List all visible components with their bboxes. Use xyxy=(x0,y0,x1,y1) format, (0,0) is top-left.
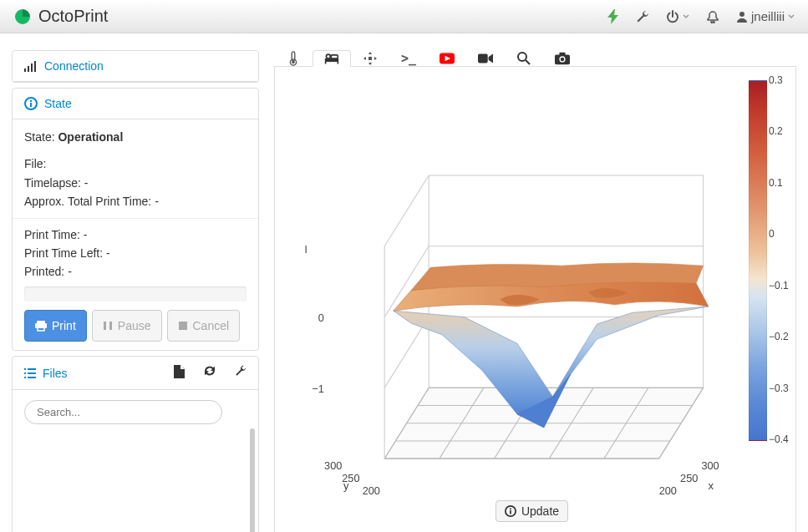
printtime-value: - xyxy=(84,228,88,241)
search-input[interactable] xyxy=(24,400,222,424)
wrench-icon[interactable] xyxy=(636,10,649,23)
tab-youtube[interactable] xyxy=(428,50,466,66)
chart-area: 0 −1 l 300 250 200 150 150 x 300 250 200 xyxy=(274,67,796,532)
svg-rect-7 xyxy=(30,100,32,102)
printleft-value: - xyxy=(106,246,110,260)
svg-line-50 xyxy=(384,317,429,388)
user-menu[interactable]: jneilliii xyxy=(736,9,795,23)
main: >_ xyxy=(274,50,796,532)
sidebar: Connection State State: Operational File… xyxy=(12,50,259,532)
update-button[interactable]: Update xyxy=(495,500,568,522)
svg-rect-4 xyxy=(34,61,36,72)
colorbar-tick: −0.2 xyxy=(769,331,789,342)
svg-rect-6 xyxy=(30,103,32,107)
ylabel-text: y xyxy=(343,479,349,492)
svg-rect-16 xyxy=(24,372,26,374)
z-label-top: l xyxy=(305,243,307,256)
ytick-150: 150 xyxy=(383,494,400,495)
file-icon[interactable] xyxy=(174,365,185,381)
printleft-label: Print Time Left: xyxy=(24,246,103,260)
svg-point-0 xyxy=(739,12,744,17)
tab-control[interactable] xyxy=(351,50,389,66)
colorbar-tick: −0.3 xyxy=(769,383,789,394)
progress-bar xyxy=(24,286,246,301)
tab-gcode-viewer[interactable] xyxy=(505,50,543,66)
svg-rect-19 xyxy=(28,377,36,378)
info-icon xyxy=(505,505,516,517)
xtick-250: 250 xyxy=(680,472,698,484)
svg-point-22 xyxy=(292,61,295,64)
svg-rect-30 xyxy=(478,54,488,63)
ytick-200: 200 xyxy=(363,484,380,495)
printed-label: Printed: xyxy=(24,265,64,278)
svg-point-35 xyxy=(561,58,565,62)
svg-rect-14 xyxy=(24,368,26,370)
file-label: File: xyxy=(24,157,46,170)
svg-rect-3 xyxy=(31,63,33,72)
logo-icon xyxy=(13,8,32,26)
svg-rect-25 xyxy=(338,62,339,63)
state-panel: State State: Operational File: Timelapse… xyxy=(12,88,259,351)
username: jneilliii xyxy=(751,9,785,23)
brand[interactable]: OctoPrint xyxy=(13,7,108,26)
svg-rect-11 xyxy=(104,322,106,330)
bell-icon[interactable] xyxy=(706,10,719,23)
xtick-300: 300 xyxy=(701,459,719,472)
connection-link[interactable]: Connection xyxy=(44,59,104,73)
scrollbar[interactable] xyxy=(250,428,255,532)
signal-icon xyxy=(24,60,38,72)
tab-bed-visualizer[interactable] xyxy=(313,50,351,67)
timelapse-value: - xyxy=(84,176,89,190)
z-tick-0: 0 xyxy=(318,312,324,324)
tab-bar: >_ xyxy=(274,50,796,67)
colorbar-tick: 0.3 xyxy=(769,74,783,86)
chevron-down-icon xyxy=(788,13,795,20)
svg-rect-9 xyxy=(35,323,47,328)
xtick-200: 200 xyxy=(659,484,677,495)
connection-bolt-icon[interactable] xyxy=(607,9,619,24)
svg-rect-28 xyxy=(368,57,372,60)
state-heading[interactable]: State xyxy=(13,89,258,119)
tab-timelapse[interactable] xyxy=(543,50,582,66)
ytick-300: 300 xyxy=(324,459,342,472)
power-icon[interactable] xyxy=(666,10,689,23)
xlabel-text: x xyxy=(709,479,714,492)
pause-button[interactable]: Pause xyxy=(92,310,162,342)
state-link[interactable]: State xyxy=(44,97,72,110)
info-icon xyxy=(24,97,38,110)
printtime-label: Print Time: xyxy=(24,228,80,241)
svg-rect-8 xyxy=(37,321,45,323)
print-button[interactable]: Print xyxy=(24,310,87,342)
refresh-icon[interactable] xyxy=(203,365,216,381)
svg-point-26 xyxy=(326,54,330,58)
svg-rect-17 xyxy=(28,372,36,374)
svg-rect-24 xyxy=(325,62,327,63)
colorbar-tick: −0.1 xyxy=(769,280,789,291)
files-panel: Files xyxy=(12,356,259,532)
svg-rect-10 xyxy=(38,327,44,331)
wrench-icon[interactable] xyxy=(235,365,246,381)
colorbar-tick: 0.1 xyxy=(769,177,783,189)
svg-rect-33 xyxy=(559,53,565,56)
approx-value: - xyxy=(155,195,159,208)
state-body: State: Operational File: Timelapse: - Ap… xyxy=(13,119,258,350)
timelapse-label: Timelapse: xyxy=(24,176,81,190)
cancel-button[interactable]: Cancel xyxy=(167,310,241,342)
tab-temperature[interactable] xyxy=(274,50,313,66)
tab-terminal[interactable]: >_ xyxy=(389,50,428,66)
print-icon xyxy=(35,320,47,332)
approx-label: Approx. Total Print Time: xyxy=(24,195,151,208)
svg-rect-18 xyxy=(24,377,26,378)
connection-heading[interactable]: Connection xyxy=(13,51,258,82)
svg-rect-13 xyxy=(179,322,187,330)
colorbar-tick: 0 xyxy=(769,228,775,240)
surface-plot[interactable]: 0 −1 l 300 250 200 150 150 x 300 250 200 xyxy=(278,77,739,495)
navbar: OctoPrint jneilliii xyxy=(0,0,808,33)
files-link[interactable]: Files xyxy=(43,367,68,380)
tab-webcam[interactable] xyxy=(466,50,505,66)
files-heading[interactable]: Files xyxy=(13,357,258,390)
files-body xyxy=(13,390,258,532)
stop-icon xyxy=(178,321,188,331)
svg-rect-1 xyxy=(24,68,26,72)
printed-value: - xyxy=(68,265,72,278)
